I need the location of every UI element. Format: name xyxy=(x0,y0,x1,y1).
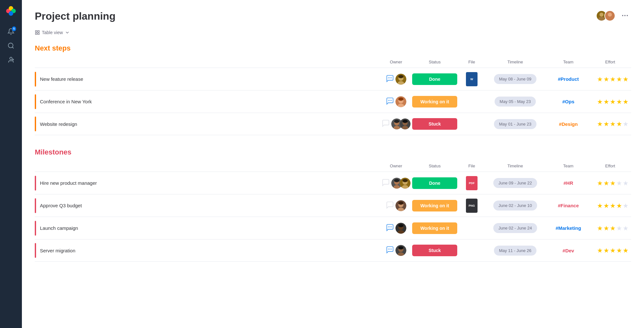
column-header: Owner xyxy=(383,164,409,168)
status-cell: Stuck xyxy=(409,245,460,256)
chat-active-icon[interactable] xyxy=(386,223,394,233)
star-filled: ★ xyxy=(603,75,609,83)
svg-point-57 xyxy=(398,224,403,227)
table-header: OwnerStatusFileTimelineTeamEffort xyxy=(35,58,631,68)
row-border xyxy=(35,117,36,131)
chat-inactive-icon[interactable] xyxy=(386,201,394,211)
team-cell[interactable]: #Dev xyxy=(547,248,589,253)
row-name: Hire new product manager xyxy=(40,180,97,186)
status-cell: Done xyxy=(409,73,460,85)
view-toggle[interactable]: Table view xyxy=(35,30,631,35)
row-border xyxy=(35,221,36,236)
collaborator-avatar-2 xyxy=(604,10,615,21)
row-border xyxy=(35,243,36,258)
team-cell[interactable]: #Product xyxy=(547,76,589,82)
svg-point-24 xyxy=(388,100,389,101)
owner-avatars xyxy=(395,245,406,256)
team-cell[interactable]: #HR xyxy=(547,180,589,186)
team-cell[interactable]: #Marketing xyxy=(547,225,589,231)
chat-active-icon[interactable] xyxy=(386,97,394,107)
row-border xyxy=(35,72,36,87)
status-badge[interactable]: Done xyxy=(412,73,457,85)
column-header: Effort xyxy=(589,60,631,64)
star-filled: ★ xyxy=(603,179,609,187)
owner-avatar xyxy=(395,245,406,256)
star-filled: ★ xyxy=(597,202,603,210)
file-icon[interactable]: W xyxy=(466,72,478,86)
status-badge[interactable]: Done xyxy=(412,177,457,189)
row-name-cell: Approve Q3 budget xyxy=(35,198,383,213)
owner-cell xyxy=(383,118,409,129)
star-filled: ★ xyxy=(623,247,629,254)
team-cell[interactable]: #Ops xyxy=(547,99,589,104)
chat-active-icon[interactable] xyxy=(386,74,394,84)
team-cell[interactable]: #Finance xyxy=(547,203,589,208)
add-user-icon[interactable] xyxy=(5,54,17,66)
chat-active-icon[interactable] xyxy=(386,246,394,255)
star-filled: ★ xyxy=(610,75,616,83)
row-name-cell: Server migration xyxy=(35,243,383,258)
more-options-button[interactable]: ··· xyxy=(619,10,631,21)
svg-point-59 xyxy=(390,249,391,250)
status-badge[interactable]: Stuck xyxy=(412,118,457,130)
svg-line-5 xyxy=(12,47,14,48)
svg-point-46 xyxy=(402,179,408,182)
owner-avatars xyxy=(395,200,406,211)
status-badge[interactable]: Stuck xyxy=(412,245,457,256)
owner-cell xyxy=(383,245,409,256)
owner-avatars xyxy=(391,118,411,129)
status-badge[interactable]: Working on it xyxy=(412,222,457,234)
status-cell: Working on it xyxy=(409,200,460,211)
file-icon[interactable]: PDF xyxy=(466,176,478,190)
timeline-badge: May 11 - June 26 xyxy=(494,246,536,256)
svg-point-58 xyxy=(388,249,389,250)
file-icon[interactable]: PNG xyxy=(466,199,478,213)
chat-inactive-icon[interactable] xyxy=(382,119,390,129)
star-filled: ★ xyxy=(610,179,616,187)
timeline-badge: June 02 - June 24 xyxy=(493,223,537,233)
svg-point-60 xyxy=(391,249,392,250)
owner-avatar xyxy=(395,223,406,234)
notification-count: 5 xyxy=(12,26,16,31)
star-filled: ★ xyxy=(623,98,629,106)
search-icon[interactable] xyxy=(5,40,17,52)
sections-container: Next stepsOwnerStatusFileTimelineTeamEff… xyxy=(35,44,631,262)
star-empty: ★ xyxy=(623,202,629,210)
table-row: Approve Q3 budget Working on itPNGJune 0… xyxy=(35,194,631,217)
row-name-cell: Hire new product manager xyxy=(35,176,383,191)
owner-avatar xyxy=(395,200,406,211)
timeline-cell: May 05 - May 23 xyxy=(483,97,547,107)
svg-point-6 xyxy=(10,57,12,60)
svg-rect-15 xyxy=(35,33,37,34)
team-cell[interactable]: #Design xyxy=(547,121,589,127)
effort-cell: ★★★★★ xyxy=(589,202,631,210)
notifications-icon[interactable]: 5 xyxy=(5,26,17,37)
status-badge[interactable]: Working on it xyxy=(412,96,457,108)
svg-point-25 xyxy=(390,100,391,101)
owner-avatars xyxy=(395,96,406,107)
svg-rect-13 xyxy=(35,31,37,32)
row-name-cell: Launch campaign xyxy=(35,221,383,236)
star-filled: ★ xyxy=(610,120,616,128)
column-header: Effort xyxy=(589,164,631,168)
column-header xyxy=(40,164,383,168)
svg-point-26 xyxy=(391,100,392,101)
page-title: Project planning xyxy=(35,10,116,22)
timeline-cell: June 02 - June 24 xyxy=(483,223,547,233)
star-filled: ★ xyxy=(616,75,622,83)
row-name: Conference in New York xyxy=(40,99,92,104)
table-row: Server migration StuckMay 11 - June 26#D… xyxy=(35,239,631,262)
timeline-cell: June 02 - June 10 xyxy=(483,201,547,211)
chat-inactive-icon[interactable] xyxy=(382,178,390,188)
star-filled: ★ xyxy=(616,247,622,254)
star-filled: ★ xyxy=(597,120,603,128)
star-filled: ★ xyxy=(603,247,609,254)
status-badge[interactable]: Working on it xyxy=(412,200,457,211)
svg-point-53 xyxy=(391,226,392,227)
svg-point-51 xyxy=(388,226,389,227)
logo[interactable] xyxy=(5,5,17,18)
owner-avatar xyxy=(395,96,406,107)
star-empty: ★ xyxy=(623,179,629,187)
status-cell: Working on it xyxy=(409,222,460,234)
star-empty: ★ xyxy=(623,224,629,232)
